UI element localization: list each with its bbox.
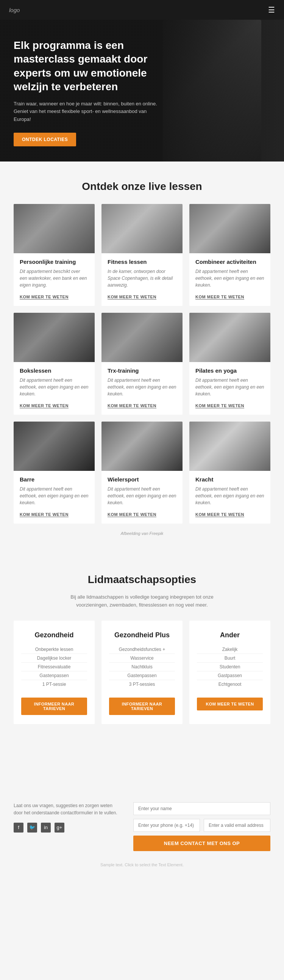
feature-item: Zakelijk — [197, 645, 263, 654]
card-image-8 — [189, 422, 270, 471]
card-title-6: Barre — [20, 476, 89, 483]
footer-contact-text: Laat ons uw vragen, suggesties en zorgen… — [14, 802, 122, 817]
spacer — [0, 743, 284, 789]
card-desc-3: Dit appartement heeft een eethoek, een e… — [20, 377, 89, 397]
card-desc-2: Dit appartement heeft een eethoek, een e… — [195, 268, 264, 288]
feature-item: 1 PT-sessie — [21, 680, 87, 689]
logo: logo — [9, 7, 20, 13]
class-card: Wielersport Dit appartement heeft een ee… — [102, 422, 182, 523]
class-card: Bokslessen Dit appartement heeft een eet… — [14, 313, 95, 415]
card-title-3: Bokslessen — [20, 368, 89, 374]
membership-features-2: ZakelijkBuurtStudentenGastpassenEchtgeno… — [197, 645, 263, 689]
facebook-icon[interactable]: f — [14, 822, 24, 832]
class-card: Combineer activiteiten Dit appartement h… — [189, 204, 270, 306]
card-link-6[interactable]: KOM MEER TE WETEN — [20, 512, 68, 517]
class-card: Persoonlijke training Dit appartement be… — [14, 204, 95, 306]
membership-features-0: Onbeperkte lessenDagelijkse lockerFitnes… — [21, 645, 87, 689]
card-link-2[interactable]: KOM MEER TE WETEN — [195, 294, 244, 299]
card-link-3[interactable]: KOM MEER TE WETEN — [20, 403, 68, 408]
social-icons-row: f 🐦 in g+ — [14, 822, 122, 832]
footer-grid: Laat ons uw vragen, suggesties en zorgen… — [14, 802, 270, 851]
card-link-7[interactable]: KOM MEER TE WETEN — [108, 512, 156, 517]
footer-form: NEEM CONTACT MET ONS OP — [133, 802, 270, 851]
email-input[interactable] — [204, 819, 270, 832]
card-title-4: Trx-training — [108, 368, 176, 374]
submit-button[interactable]: NEEM CONTACT MET ONS OP — [133, 835, 270, 851]
card-body-0: Persoonlijke training Dit appartement be… — [14, 253, 95, 306]
membership-subtitle: Bij alle lidmaatschappen is volledige to… — [62, 593, 222, 609]
membership-card-title-1: Gezondheid Plus — [109, 631, 175, 639]
cards-grid: Persoonlijke training Dit appartement be… — [14, 204, 270, 523]
card-image-2 — [189, 204, 270, 253]
card-title-2: Combineer activiteiten — [195, 259, 264, 265]
feature-item: Echtgenoot — [197, 680, 263, 689]
phone-input[interactable] — [133, 819, 200, 832]
card-body-4: Trx-training Dit appartement heeft een e… — [102, 362, 182, 415]
membership-btn-2[interactable]: KOM MEER TE WETEN — [197, 698, 263, 710]
card-title-0: Persoonlijke training — [20, 259, 89, 265]
card-body-6: Barre Dit appartement heeft een eethoek,… — [14, 471, 95, 523]
feature-item: Gastenpassen — [109, 671, 175, 680]
card-image-0 — [14, 204, 95, 253]
card-desc-4: Dit appartement heeft een eethoek, een e… — [108, 377, 176, 397]
card-image-3 — [14, 313, 95, 362]
hero-cta-button[interactable]: ONTDEK LOCATIES — [14, 133, 76, 146]
feature-item: Gastenpassen — [21, 671, 87, 680]
card-image-1 — [102, 204, 182, 253]
name-input[interactable] — [133, 802, 270, 815]
feature-item: Nachtkluis — [109, 663, 175, 671]
membership-btn-1[interactable]: INFORMEER NAAR TARIEVEN — [109, 698, 175, 715]
card-link-1[interactable]: KOM MEER TE WETEN — [108, 294, 156, 299]
membership-cards: Gezondheid Onbeperkte lessenDagelijkse l… — [14, 620, 270, 724]
twitter-icon[interactable]: 🐦 — [27, 822, 37, 832]
hamburger-icon[interactable]: ☰ — [268, 5, 275, 14]
feature-item: Dagelijkse locker — [21, 654, 87, 663]
freepik-note: Afbeelding van Freepik — [14, 527, 270, 547]
membership-card-title-0: Gezondheid — [21, 631, 87, 639]
feature-item: 3 PT-sessies — [109, 680, 175, 689]
card-desc-5: Dit appartement heeft een eethoek, een e… — [195, 377, 264, 397]
feature-item: Studenten — [197, 663, 263, 671]
hero-title: Elk programma is een masterclass gemaakt… — [14, 39, 157, 94]
footer-left: Laat ons uw vragen, suggesties en zorgen… — [14, 802, 122, 832]
card-title-5: Pilates en yoga — [195, 368, 264, 374]
card-body-5: Pilates en yoga Dit appartement heeft ee… — [189, 362, 270, 415]
card-desc-7: Dit appartement heeft een eethoek, een e… — [108, 486, 176, 506]
footer-contact: Laat ons uw vragen, suggesties en zorgen… — [0, 789, 284, 875]
class-card: Barre Dit appartement heeft een eethoek,… — [14, 422, 95, 523]
card-image-4 — [102, 313, 182, 362]
hero-subtitle: Train waar, wanneer en hoe je maar wilt:… — [14, 100, 157, 124]
membership-btn-0[interactable]: INFORMEER NAAR TARIEVEN — [21, 698, 87, 715]
membership-features-1: Gezondheidsfuncties +WasserviceNachtklui… — [109, 645, 175, 689]
sample-text: Sample text. Click to select the Text El… — [14, 859, 270, 867]
card-title-1: Fitness lessen — [108, 259, 176, 265]
feature-item: Gezondheidsfuncties + — [109, 645, 175, 654]
class-card: Kracht Dit appartement heeft een eethoek… — [189, 422, 270, 523]
feature-item: Wasservice — [109, 654, 175, 663]
card-title-8: Kracht — [195, 476, 264, 483]
card-desc-1: In de kamer, ontworpen door Space Copenh… — [108, 268, 176, 288]
card-body-7: Wielersport Dit appartement heeft een ee… — [102, 471, 182, 523]
googleplus-icon[interactable]: g+ — [54, 822, 64, 832]
feature-item: Onbeperkte lessen — [21, 645, 87, 654]
card-body-8: Kracht Dit appartement heeft een eethoek… — [189, 471, 270, 523]
membership-title: Lidmaatschapsopties — [14, 574, 270, 586]
card-link-4[interactable]: KOM MEER TE WETEN — [108, 403, 156, 408]
card-body-1: Fitness lessen In de kamer, ontworpen do… — [102, 253, 182, 306]
card-desc-6: Dit appartement heeft een eethoek, een e… — [20, 486, 89, 506]
card-link-0[interactable]: KOM MEER TE WETEN — [20, 294, 68, 299]
instagram-icon[interactable]: in — [41, 822, 51, 832]
card-link-5[interactable]: KOM MEER TE WETEN — [195, 403, 244, 408]
card-link-8[interactable]: KOM MEER TE WETEN — [195, 512, 244, 517]
header: logo ☰ — [0, 0, 284, 20]
membership-card-title-2: Ander — [197, 631, 263, 639]
class-card: Trx-training Dit appartement heeft een e… — [102, 313, 182, 415]
membership-section: Lidmaatschapsopties Bij alle lidmaatscha… — [0, 555, 284, 743]
phone-email-row — [133, 819, 270, 832]
card-body-2: Combineer activiteiten Dit appartement h… — [189, 253, 270, 306]
hero-section: Elk programma is een masterclass gemaakt… — [0, 20, 284, 162]
card-image-5 — [189, 313, 270, 362]
live-lessen-title: Ontdek onze live lessen — [14, 180, 270, 192]
card-image-6 — [14, 422, 95, 471]
class-card: Fitness lessen In de kamer, ontworpen do… — [102, 204, 182, 306]
